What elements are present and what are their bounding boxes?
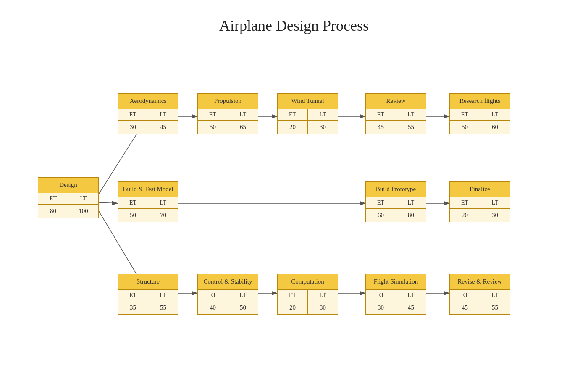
node-structure: Structure ET LT 35 55 xyxy=(118,274,178,315)
node-title-propulsion: Propulsion xyxy=(198,94,258,109)
node-title-build-prototype: Build Prototype xyxy=(366,182,426,197)
node-et-header-revise-review: ET xyxy=(450,290,480,301)
node-et-header-structure: ET xyxy=(118,290,148,301)
node-lt-val-aerodynamics: 45 xyxy=(148,120,178,134)
node-et-header-wind-tunnel: ET xyxy=(278,109,308,121)
node-et-val-computation: 20 xyxy=(278,301,308,314)
node-et-header-review: ET xyxy=(366,109,396,121)
node-et-header-propulsion: ET xyxy=(198,109,228,121)
node-et-header-research-flights: ET xyxy=(450,109,480,121)
node-title-structure: Structure xyxy=(118,274,178,290)
node-lt-val-wind-tunnel: 30 xyxy=(308,120,338,134)
node-lt-val-build-test: 70 xyxy=(148,208,178,222)
node-et-header-computation: ET xyxy=(278,290,308,301)
node-wind-tunnel: Wind Tunnel ET LT 20 30 xyxy=(277,93,338,134)
node-lt-header-revise-review: LT xyxy=(480,290,510,301)
node-lt-val-design: 100 xyxy=(68,204,99,218)
node-build-prototype: Build Prototype ET LT 60 80 xyxy=(365,181,426,222)
node-title-wind-tunnel: Wind Tunnel xyxy=(278,94,338,109)
node-lt-header-computation: LT xyxy=(308,290,338,301)
node-title-research-flights: Research flights xyxy=(450,94,510,109)
node-lt-header-structure: LT xyxy=(148,290,178,301)
node-lt-val-flight-simulation: 45 xyxy=(396,301,426,314)
node-computation: Computation ET LT 20 30 xyxy=(277,274,338,315)
node-et-val-design: 80 xyxy=(38,204,68,218)
node-lt-val-review: 55 xyxy=(396,120,426,134)
node-propulsion: Propulsion ET LT 50 65 xyxy=(197,93,258,134)
node-revise-review: Revise & Review ET LT 45 55 xyxy=(449,274,510,315)
page: Airplane Design Process xyxy=(0,0,588,373)
node-lt-val-build-prototype: 80 xyxy=(396,208,426,222)
node-control-stability: Control & Stability ET LT 40 50 xyxy=(197,274,258,315)
node-title-aerodynamics: Aerodynamics xyxy=(118,94,178,109)
diagram: Design ET LT 80 100 Aerodynamics ET LT xyxy=(17,55,571,358)
node-et-val-research-flights: 50 xyxy=(450,120,480,134)
node-et-header-build-test: ET xyxy=(118,197,148,209)
node-lt-val-propulsion: 65 xyxy=(228,120,258,134)
node-lt-val-structure: 55 xyxy=(148,301,178,314)
node-flight-simulation: Flight Simulation ET LT 30 45 xyxy=(365,274,426,315)
node-lt-header-design: LT xyxy=(68,193,99,205)
node-title-build-test: Build & Test Model xyxy=(118,182,178,197)
node-et-val-build-test: 50 xyxy=(118,208,148,222)
svg-line-2 xyxy=(99,202,118,203)
node-review: Review ET LT 45 55 xyxy=(365,93,426,134)
node-lt-header-control-stability: LT xyxy=(228,290,258,301)
node-title-finalize: Finalize xyxy=(450,182,510,197)
node-lt-val-computation: 30 xyxy=(308,301,338,314)
node-title-revise-review: Revise & Review xyxy=(450,274,510,290)
node-et-val-control-stability: 40 xyxy=(198,301,228,314)
node-et-val-finalize: 20 xyxy=(450,208,480,222)
node-title-review: Review xyxy=(366,94,426,109)
node-lt-val-finalize: 30 xyxy=(480,208,510,222)
node-lt-header-finalize: LT xyxy=(480,197,510,209)
node-et-header-build-prototype: ET xyxy=(366,197,396,209)
node-lt-val-research-flights: 60 xyxy=(480,120,510,134)
node-design: Design ET LT 80 100 xyxy=(38,177,99,218)
node-title-design: Design xyxy=(38,178,98,193)
node-et-header-control-stability: ET xyxy=(198,290,228,301)
node-lt-header-propulsion: LT xyxy=(228,109,258,121)
node-et-val-propulsion: 50 xyxy=(198,120,228,134)
node-et-val-revise-review: 45 xyxy=(450,301,480,314)
node-build-test: Build & Test Model ET LT 50 70 xyxy=(118,181,178,222)
node-et-header-flight-simulation: ET xyxy=(366,290,396,301)
page-title: Airplane Design Process xyxy=(17,17,571,34)
node-et-val-flight-simulation: 30 xyxy=(366,301,396,314)
node-et-header-aerodynamics: ET xyxy=(118,109,148,121)
node-et-header-design: ET xyxy=(38,193,68,205)
node-lt-header-build-test: LT xyxy=(148,197,178,209)
node-et-val-structure: 35 xyxy=(118,301,148,314)
node-et-val-build-prototype: 60 xyxy=(366,208,396,222)
node-title-flight-simulation: Flight Simulation xyxy=(366,274,426,290)
node-et-val-aerodynamics: 30 xyxy=(118,120,148,134)
node-lt-header-aerodynamics: LT xyxy=(148,109,178,121)
node-lt-val-revise-review: 55 xyxy=(480,301,510,314)
node-lt-header-wind-tunnel: LT xyxy=(308,109,338,121)
node-lt-header-review: LT xyxy=(396,109,426,121)
node-title-computation: Computation xyxy=(278,274,338,290)
node-aerodynamics: Aerodynamics ET LT 30 45 xyxy=(118,93,178,134)
node-research-flights: Research flights ET LT 50 60 xyxy=(449,93,510,134)
node-lt-header-build-prototype: LT xyxy=(396,197,426,209)
node-title-control-stability: Control & Stability xyxy=(198,274,258,290)
node-lt-val-control-stability: 50 xyxy=(228,301,258,314)
node-lt-header-research-flights: LT xyxy=(480,109,510,121)
node-et-header-finalize: ET xyxy=(450,197,480,209)
node-finalize: Finalize ET LT 20 30 xyxy=(449,181,510,222)
node-et-val-review: 45 xyxy=(366,120,396,134)
node-lt-header-flight-simulation: LT xyxy=(396,290,426,301)
node-et-val-wind-tunnel: 20 xyxy=(278,120,308,134)
